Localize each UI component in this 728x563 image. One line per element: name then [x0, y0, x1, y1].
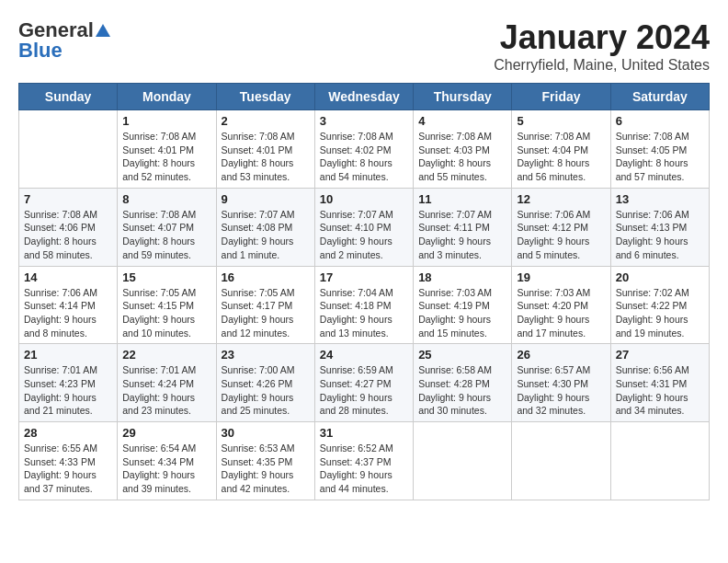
page-title: January 2024 — [494, 18, 710, 57]
calendar-cell: 26Sunrise: 6:57 AM Sunset: 4:30 PM Dayli… — [512, 344, 610, 422]
day-of-week-header: Saturday — [610, 84, 709, 110]
day-number: 21 — [24, 348, 112, 362]
day-info: Sunrise: 7:04 AM Sunset: 4:18 PM Dayligh… — [320, 286, 408, 340]
day-number: 29 — [122, 426, 210, 440]
calendar-cell: 15Sunrise: 7:05 AM Sunset: 4:15 PM Dayli… — [118, 266, 216, 344]
day-info: Sunrise: 7:08 AM Sunset: 4:02 PM Dayligh… — [320, 130, 408, 184]
calendar-cell: 4Sunrise: 7:08 AM Sunset: 4:03 PM Daylig… — [414, 110, 512, 189]
day-number: 12 — [517, 192, 605, 206]
day-of-week-header: Friday — [512, 84, 610, 110]
day-info: Sunrise: 7:08 AM Sunset: 4:01 PM Dayligh… — [122, 130, 210, 184]
day-info: Sunrise: 7:05 AM Sunset: 4:17 PM Dayligh… — [222, 286, 310, 340]
day-info: Sunrise: 6:59 AM Sunset: 4:27 PM Dayligh… — [320, 363, 408, 418]
calendar-cell: 20Sunrise: 7:02 AM Sunset: 4:22 PM Dayli… — [610, 266, 709, 344]
calendar-cell: 30Sunrise: 6:53 AM Sunset: 4:35 PM Dayli… — [216, 422, 314, 500]
day-info: Sunrise: 7:08 AM Sunset: 4:04 PM Dayligh… — [517, 130, 605, 184]
day-number: 25 — [418, 348, 506, 362]
day-info: Sunrise: 7:00 AM Sunset: 4:26 PM Dayligh… — [222, 363, 310, 418]
calendar-cell: 5Sunrise: 7:08 AM Sunset: 4:04 PM Daylig… — [512, 110, 610, 189]
day-number: 19 — [517, 270, 605, 284]
day-info: Sunrise: 7:06 AM Sunset: 4:12 PM Dayligh… — [517, 208, 605, 262]
day-of-week-header: Thursday — [414, 84, 512, 110]
day-number: 18 — [418, 270, 506, 284]
calendar-cell: 25Sunrise: 6:58 AM Sunset: 4:28 PM Dayli… — [414, 344, 512, 422]
day-number: 24 — [320, 348, 408, 362]
day-of-week-header: Monday — [118, 84, 216, 110]
calendar-cell: 18Sunrise: 7:03 AM Sunset: 4:19 PM Dayli… — [414, 266, 512, 344]
day-number: 30 — [222, 426, 310, 440]
calendar-table: SundayMondayTuesdayWednesdayThursdayFrid… — [18, 83, 710, 500]
day-of-week-header: Wednesday — [314, 84, 413, 110]
day-number: 6 — [616, 114, 704, 128]
day-info: Sunrise: 6:56 AM Sunset: 4:31 PM Dayligh… — [616, 363, 704, 418]
day-info: Sunrise: 7:06 AM Sunset: 4:14 PM Dayligh… — [24, 286, 112, 340]
calendar-cell — [19, 110, 118, 189]
calendar-cell: 14Sunrise: 7:06 AM Sunset: 4:14 PM Dayli… — [19, 266, 118, 344]
day-number: 14 — [24, 270, 112, 284]
day-info: Sunrise: 6:57 AM Sunset: 4:30 PM Dayligh… — [517, 363, 605, 418]
day-number: 31 — [320, 426, 408, 440]
day-info: Sunrise: 6:58 AM Sunset: 4:28 PM Dayligh… — [418, 363, 506, 418]
day-info: Sunrise: 7:01 AM Sunset: 4:24 PM Dayligh… — [122, 363, 210, 418]
day-number: 7 — [24, 192, 112, 206]
day-number: 10 — [320, 192, 408, 206]
day-number: 9 — [222, 192, 310, 206]
day-number: 28 — [24, 426, 112, 440]
day-info: Sunrise: 7:07 AM Sunset: 4:10 PM Dayligh… — [320, 208, 408, 262]
day-info: Sunrise: 7:03 AM Sunset: 4:19 PM Dayligh… — [418, 286, 506, 340]
day-number: 13 — [616, 192, 704, 206]
day-info: Sunrise: 6:55 AM Sunset: 4:33 PM Dayligh… — [24, 442, 112, 496]
day-of-week-header: Sunday — [19, 84, 118, 110]
day-info: Sunrise: 7:01 AM Sunset: 4:23 PM Dayligh… — [24, 363, 112, 418]
day-info: Sunrise: 7:07 AM Sunset: 4:08 PM Dayligh… — [222, 208, 310, 262]
calendar-cell: 8Sunrise: 7:08 AM Sunset: 4:07 PM Daylig… — [118, 188, 216, 266]
page-header: General Blue January 2024 Cherryfield, M… — [18, 18, 710, 74]
calendar-cell: 28Sunrise: 6:55 AM Sunset: 4:33 PM Dayli… — [19, 422, 118, 500]
day-info: Sunrise: 7:08 AM Sunset: 4:03 PM Dayligh… — [418, 130, 506, 184]
calendar-cell: 22Sunrise: 7:01 AM Sunset: 4:24 PM Dayli… — [118, 344, 216, 422]
day-number: 26 — [517, 348, 605, 362]
calendar-cell: 7Sunrise: 7:08 AM Sunset: 4:06 PM Daylig… — [19, 188, 118, 266]
day-of-week-header: Tuesday — [216, 84, 314, 110]
calendar-week-row: 28Sunrise: 6:55 AM Sunset: 4:33 PM Dayli… — [19, 422, 710, 500]
calendar-cell: 17Sunrise: 7:04 AM Sunset: 4:18 PM Dayli… — [314, 266, 413, 344]
day-number: 1 — [122, 114, 210, 128]
calendar-cell: 31Sunrise: 6:52 AM Sunset: 4:37 PM Dayli… — [314, 422, 413, 500]
day-info: Sunrise: 7:03 AM Sunset: 4:20 PM Dayligh… — [517, 286, 605, 340]
calendar-cell: 19Sunrise: 7:03 AM Sunset: 4:20 PM Dayli… — [512, 266, 610, 344]
day-number: 3 — [320, 114, 408, 128]
calendar-cell — [512, 422, 610, 500]
day-number: 8 — [122, 192, 210, 206]
day-info: Sunrise: 6:54 AM Sunset: 4:34 PM Dayligh… — [122, 442, 210, 496]
day-number: 27 — [616, 348, 704, 362]
calendar-cell: 9Sunrise: 7:07 AM Sunset: 4:08 PM Daylig… — [216, 188, 314, 266]
day-number: 22 — [122, 348, 210, 362]
calendar-header-row: SundayMondayTuesdayWednesdayThursdayFrid… — [19, 84, 710, 110]
day-number: 11 — [418, 192, 506, 206]
day-number: 15 — [122, 270, 210, 284]
calendar-cell: 1Sunrise: 7:08 AM Sunset: 4:01 PM Daylig… — [118, 110, 216, 189]
logo-blue: Blue — [18, 39, 63, 63]
day-number: 4 — [418, 114, 506, 128]
day-info: Sunrise: 7:08 AM Sunset: 4:07 PM Dayligh… — [122, 208, 210, 262]
day-info: Sunrise: 7:02 AM Sunset: 4:22 PM Dayligh… — [616, 286, 704, 340]
calendar-week-row: 7Sunrise: 7:08 AM Sunset: 4:06 PM Daylig… — [19, 188, 710, 266]
day-info: Sunrise: 7:08 AM Sunset: 4:05 PM Dayligh… — [616, 130, 704, 184]
page-subtitle: Cherryfield, Maine, United States — [494, 57, 710, 74]
calendar-cell: 6Sunrise: 7:08 AM Sunset: 4:05 PM Daylig… — [610, 110, 709, 189]
calendar-week-row: 21Sunrise: 7:01 AM Sunset: 4:23 PM Dayli… — [19, 344, 710, 422]
title-block: January 2024 Cherryfield, Maine, United … — [494, 18, 710, 74]
calendar-cell: 16Sunrise: 7:05 AM Sunset: 4:17 PM Dayli… — [216, 266, 314, 344]
calendar-cell: 12Sunrise: 7:06 AM Sunset: 4:12 PM Dayli… — [512, 188, 610, 266]
logo-icon — [95, 22, 111, 39]
calendar-cell: 23Sunrise: 7:00 AM Sunset: 4:26 PM Dayli… — [216, 344, 314, 422]
day-number: 2 — [222, 114, 310, 128]
calendar-cell: 11Sunrise: 7:07 AM Sunset: 4:11 PM Dayli… — [414, 188, 512, 266]
day-number: 5 — [517, 114, 605, 128]
day-info: Sunrise: 7:05 AM Sunset: 4:15 PM Dayligh… — [122, 286, 210, 340]
svg-marker-0 — [96, 24, 110, 37]
day-info: Sunrise: 7:06 AM Sunset: 4:13 PM Dayligh… — [616, 208, 704, 262]
day-number: 17 — [320, 270, 408, 284]
calendar-cell: 10Sunrise: 7:07 AM Sunset: 4:10 PM Dayli… — [314, 188, 413, 266]
calendar-cell: 13Sunrise: 7:06 AM Sunset: 4:13 PM Dayli… — [610, 188, 709, 266]
